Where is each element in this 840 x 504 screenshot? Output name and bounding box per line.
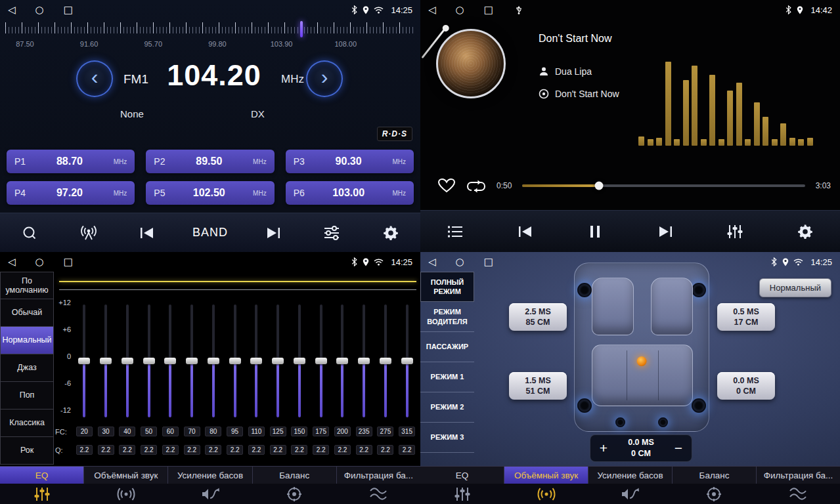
eq-preset-item[interactable]: Классика [0,410,54,437]
home-icon[interactable]: ○ [35,0,44,20]
mode-item[interactable]: РЕЖИМ 1 [420,362,474,392]
gear-icon[interactable] [791,224,819,240]
slider-handle[interactable] [186,358,198,364]
listening-position-marker[interactable] [637,356,647,366]
tab-surround[interactable]: Объёмный звук [84,467,168,484]
slider-handle[interactable] [272,358,284,364]
next-track-icon[interactable] [652,225,679,238]
mode-item[interactable]: РЕЖИМ ВОДИТЕЛЯ [420,302,474,332]
band-button[interactable]: BAND [192,226,228,240]
eq-band-slider-70[interactable] [181,301,203,421]
eq-band-slider-275[interactable] [375,301,397,421]
surround-icon[interactable] [504,484,588,504]
eq-band-slider-95[interactable] [224,301,246,421]
decrease-button[interactable]: − [665,435,692,461]
tab-filter[interactable]: Фильтрация ба... [337,467,420,484]
broadcast-icon[interactable] [75,225,102,241]
seek-thumb[interactable] [594,182,603,190]
slider-handle[interactable] [164,358,176,364]
tab-surround[interactable]: Объёмный звук [504,467,588,484]
eq-band-slider-80[interactable] [203,301,225,421]
prev-track-icon[interactable] [512,225,539,238]
tune-down-button[interactable]: ‹ [76,60,113,97]
tab-bass[interactable]: Усиление басов [588,467,673,484]
tab-eq[interactable]: EQ [420,467,504,484]
tune-icon[interactable] [318,226,345,240]
favorite-button[interactable] [437,178,456,194]
pause-icon[interactable] [581,224,609,239]
eq-band-slider-20[interactable] [74,301,95,421]
preset-button-p3[interactable]: P390.30MHz [286,150,414,173]
eq-band-slider-175[interactable] [310,301,332,421]
delay-front-left-button[interactable]: 2.5 MS 85 CM [509,303,567,331]
back-icon[interactable]: ◁ [428,252,436,272]
slider-handle[interactable] [100,358,112,364]
slider-handle[interactable] [208,358,219,364]
eq-preset-item[interactable]: Поп [0,382,54,410]
back-icon[interactable]: ◁ [8,252,16,272]
delay-front-right-button[interactable]: 0.5 MS 17 CM [717,303,775,331]
slider-handle[interactable] [336,358,348,364]
queue-icon[interactable] [441,225,469,238]
tab-balance[interactable]: Баланс [673,467,757,484]
eq-band-slider-125[interactable] [267,301,289,421]
preset-button-p2[interactable]: P289.50MHz [146,150,274,173]
delay-rear-right-button[interactable]: 0.0 MS 0 CM [717,372,775,400]
seek-bar[interactable] [522,184,805,187]
eq-preset-item[interactable]: По умолчанию [0,272,54,299]
home-icon[interactable]: ○ [35,252,44,272]
eq-band-slider-200[interactable] [332,301,353,421]
eq-band-slider-60[interactable] [160,301,181,421]
recents-icon[interactable]: □ [64,0,73,20]
slider-handle[interactable] [229,358,241,364]
preset-button-p6[interactable]: P6103.00MHz [286,181,414,205]
eq-band-slider-50[interactable] [138,301,160,421]
search-icon[interactable] [16,224,43,242]
slider-handle[interactable] [250,358,262,364]
mode-item[interactable]: ПОЛНЫЙ РЕЖИМ [420,272,474,302]
eq-band-slider-235[interactable] [353,301,375,421]
eq-preset-item[interactable]: Обычай [0,299,54,327]
slider-handle[interactable] [78,358,90,364]
eq-band-slider-40[interactable] [117,301,139,421]
eq-sliders-icon[interactable] [0,484,84,504]
eq-preset-item[interactable]: Рок [0,437,54,465]
surround-icon[interactable] [84,484,168,504]
slider-handle[interactable] [401,358,413,364]
tab-bass[interactable]: Усиление басов [168,467,252,484]
preset-button-p4[interactable]: P497.20MHz [7,181,135,205]
bass-icon[interactable] [168,484,252,504]
increase-button[interactable]: + [590,435,617,461]
slider-handle[interactable] [294,358,305,364]
home-icon[interactable]: ○ [456,252,464,272]
gear-icon[interactable] [377,225,405,241]
home-icon[interactable]: ○ [456,0,464,20]
tune-up-button[interactable]: › [306,60,343,97]
balance-icon[interactable] [672,484,756,504]
slider-handle[interactable] [143,358,155,364]
recents-icon[interactable]: □ [64,252,73,272]
prev-track-icon[interactable] [133,226,161,240]
back-icon[interactable]: ◁ [8,0,16,20]
mode-item[interactable]: РЕЖИМ 2 [420,392,474,423]
tab-balance[interactable]: Баланс [253,467,337,484]
eq-band-slider-110[interactable] [246,301,267,421]
delay-rear-left-button[interactable]: 1.5 MS 51 CM [509,372,567,400]
eq-band-slider-315[interactable] [396,301,418,421]
slider-handle[interactable] [380,358,391,364]
eq-sliders-icon[interactable] [721,224,749,240]
tab-filter[interactable]: Фильтрация ба... [757,467,840,484]
balance-icon[interactable] [252,484,336,504]
tab-eq[interactable]: EQ [0,467,84,484]
next-track-icon[interactable] [259,226,287,240]
mode-item[interactable]: РЕЖИМ 3 [420,423,474,453]
eq-band-slider-150[interactable] [289,301,311,421]
bass-icon[interactable] [588,484,673,504]
recents-icon[interactable]: □ [484,0,493,20]
eq-preset-item[interactable]: Нормальный [0,327,54,354]
preset-button-p5[interactable]: P5102.50MHz [146,181,274,205]
recents-icon[interactable]: □ [484,252,493,272]
slider-handle[interactable] [315,358,327,364]
album-art[interactable] [436,29,506,98]
eq-preset-item[interactable]: Джаз [0,354,54,382]
